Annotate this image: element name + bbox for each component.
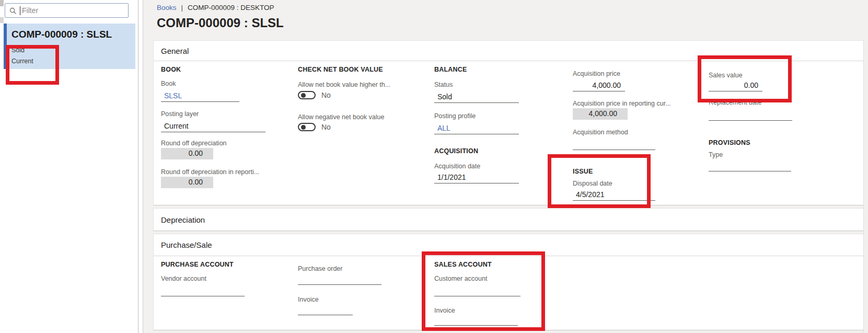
posting-layer-field[interactable]: Current bbox=[161, 121, 265, 132]
purchase-order-field[interactable] bbox=[298, 276, 381, 285]
round-off-depreciation-field: 0.00 bbox=[161, 148, 213, 159]
book-field[interactable]: SLSL bbox=[161, 91, 239, 102]
vertical-scrollbar[interactable] bbox=[863, 40, 868, 333]
book-label: Book bbox=[161, 80, 176, 87]
purchase-invoice-label: Invoice bbox=[298, 296, 319, 303]
purchase-sale-section-header[interactable]: Purchase/Sale bbox=[154, 234, 867, 256]
panel-nub2 bbox=[0, 17, 4, 23]
allow-negative-toggle-state: No bbox=[321, 123, 331, 131]
general-section: General BOOK Book SLSL Posting layer Cur… bbox=[153, 40, 868, 205]
allow-higher-toggle[interactable]: No bbox=[298, 91, 331, 99]
sales-value-field[interactable]: 0.00 bbox=[709, 81, 762, 91]
acquisition-date-label: Acquisition date bbox=[434, 163, 480, 170]
depreciation-section: Depreciation bbox=[153, 208, 868, 231]
page-title: COMP-000009 : SLSL bbox=[157, 16, 284, 30]
sales-value-label: Sales value bbox=[709, 72, 743, 79]
check-nbv-group-header: CHECK NET BOOK VALUE bbox=[298, 66, 383, 73]
search-icon bbox=[9, 7, 17, 15]
depreciation-section-header[interactable]: Depreciation bbox=[154, 209, 867, 232]
vendor-account-field[interactable] bbox=[161, 288, 245, 296]
acquisition-date-field[interactable]: 1/1/2021 bbox=[434, 173, 519, 183]
customer-account-label: Customer account bbox=[434, 275, 487, 282]
filter-input[interactable] bbox=[22, 4, 125, 17]
acquisition-method-label: Acquisition method bbox=[573, 129, 628, 136]
provisions-group-header: PROVISIONS bbox=[709, 139, 750, 146]
book-list-item-selected[interactable]: COMP-000009 : SLSL Sold Current bbox=[4, 24, 135, 69]
purchase-sale-section: Purchase/Sale PURCHASE ACCOUNT Vendor ac… bbox=[153, 234, 868, 330]
vendor-account-label: Vendor account bbox=[161, 275, 206, 282]
type-label: Type bbox=[709, 151, 723, 158]
panel-nub bbox=[0, 0, 4, 6]
disposal-date-label: Disposal date bbox=[573, 180, 612, 187]
acquisition-price-reporting-field: 4,000.00 bbox=[573, 108, 628, 120]
book-group-header: BOOK bbox=[161, 66, 181, 73]
sales-invoice-field[interactable] bbox=[434, 317, 518, 326]
status-label: Status bbox=[434, 81, 453, 88]
book-item-title: COMP-000009 : SLSL bbox=[11, 29, 112, 40]
acquisition-method-field[interactable] bbox=[573, 141, 655, 150]
posting-profile-field[interactable]: ALL bbox=[434, 123, 519, 134]
round-off-reporting-label: Round off depreciation in reporti... bbox=[161, 168, 259, 176]
breadcrumb: Books | COMP-000009 : DESKTOP bbox=[157, 4, 274, 12]
acquisition-price-label: Acquisition price bbox=[573, 70, 620, 77]
book-item-status: Sold bbox=[11, 47, 25, 54]
books-list-panel: COMP-000009 : SLSL Sold Current bbox=[0, 0, 138, 333]
balance-group-header: BALANCE bbox=[434, 66, 467, 73]
toggle-off-icon bbox=[298, 123, 316, 131]
text-caret bbox=[20, 6, 20, 15]
customer-account-field[interactable] bbox=[434, 288, 520, 296]
allow-negative-label: Allow negative net book value bbox=[298, 113, 384, 121]
general-section-header[interactable]: General bbox=[154, 41, 867, 61]
round-off-reporting-field: 0.00 bbox=[161, 177, 213, 188]
allow-higher-label: Allow net book value higher th... bbox=[298, 81, 390, 88]
posting-profile-label: Posting profile bbox=[434, 112, 476, 120]
acquisition-group-header: ACQUISITION bbox=[434, 147, 478, 155]
purchase-account-group-header: PURCHASE ACCOUNT bbox=[161, 261, 234, 268]
type-field[interactable] bbox=[709, 163, 791, 171]
book-item-layer: Current bbox=[11, 58, 33, 65]
replacement-date-field[interactable] bbox=[709, 112, 792, 121]
purchase-order-label: Purchase order bbox=[298, 265, 342, 272]
status-field[interactable]: Sold bbox=[434, 92, 519, 103]
disposal-date-field[interactable]: 4/5/2021 bbox=[573, 190, 655, 201]
round-off-depreciation-label: Round off depreciation bbox=[161, 140, 227, 147]
acquisition-price-field[interactable]: 4,000.00 bbox=[573, 81, 625, 91]
issue-group-header: ISSUE bbox=[573, 168, 593, 175]
acquisition-price-reporting-label: Acquisition price in reporting cur... bbox=[573, 100, 671, 107]
breadcrumb-books-link[interactable]: Books bbox=[157, 4, 177, 12]
toggle-off-icon bbox=[298, 91, 316, 99]
replacement-date-label: Replacement date bbox=[709, 99, 761, 106]
breadcrumb-separator: | bbox=[181, 4, 183, 12]
sales-account-group-header: SALES ACCOUNT bbox=[434, 261, 492, 268]
breadcrumb-current: COMP-000009 : DESKTOP bbox=[188, 4, 274, 12]
purchase-invoice-field[interactable] bbox=[298, 306, 353, 315]
panel-splitter[interactable] bbox=[139, 0, 143, 333]
allow-negative-toggle[interactable]: No bbox=[298, 123, 331, 131]
filter-field[interactable] bbox=[5, 3, 129, 18]
sales-invoice-label: Invoice bbox=[434, 307, 455, 314]
allow-higher-toggle-state: No bbox=[321, 91, 331, 99]
posting-layer-label: Posting layer bbox=[161, 110, 199, 118]
